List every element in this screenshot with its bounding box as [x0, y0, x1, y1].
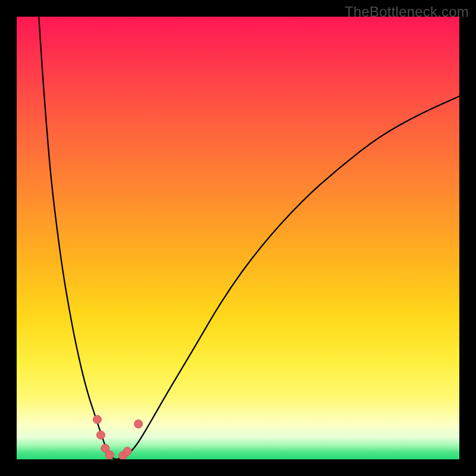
markers-group	[93, 415, 142, 459]
marker-left-edge-upper	[93, 415, 101, 424]
bottleneck-curve	[39, 17, 459, 459]
marker-right-edge-upper	[134, 420, 143, 428]
marker-valley-left-b	[105, 451, 114, 459]
marker-left-edge-lower	[96, 431, 105, 439]
curve-svg	[17, 17, 459, 459]
chart-frame: TheBottleneck.com	[0, 0, 476, 476]
watermark-text: TheBottleneck.com	[345, 4, 469, 20]
curve-path-group	[39, 17, 459, 459]
marker-valley-right-b	[123, 447, 131, 456]
plot-area	[17, 17, 459, 459]
